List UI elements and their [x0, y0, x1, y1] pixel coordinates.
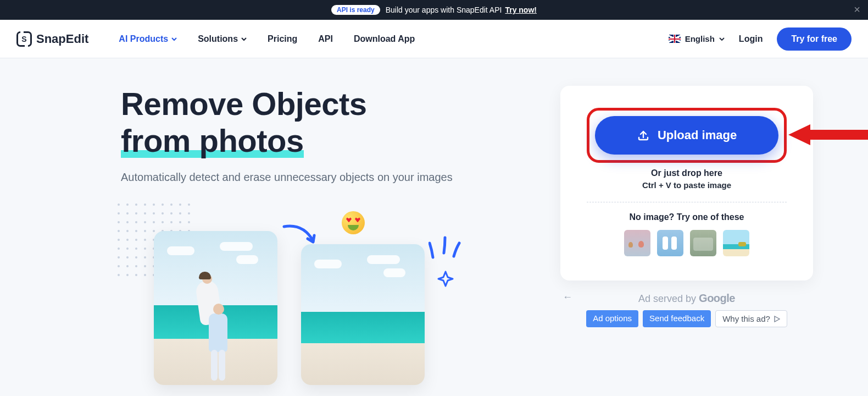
ad-options-button[interactable]: Ad options	[586, 310, 638, 327]
arcs-decoration-icon	[429, 327, 582, 396]
sample-thumb-4[interactable]	[723, 230, 749, 256]
brand-name: SnapEdit	[36, 32, 88, 46]
after-image	[301, 244, 425, 385]
uk-flag-icon	[669, 35, 681, 43]
spark-lines-icon	[429, 233, 461, 266]
why-this-ad-button[interactable]: Why this ad?	[715, 310, 787, 327]
primary-menu: AI Products Solutions Pricing API Downlo…	[119, 34, 415, 44]
login-link[interactable]: Login	[739, 34, 763, 44]
hero-subtitle: Automatically detect and erase unnecessa…	[121, 171, 560, 184]
paste-hint-text: Ctrl + V to paste image	[587, 180, 787, 190]
ad-back-icon[interactable]: ←	[560, 292, 572, 302]
google-logo-text: Google	[699, 292, 735, 304]
ad-served-by-text: Ad served by Google	[560, 292, 813, 305]
nav-label: API	[318, 34, 333, 44]
highlight-ring: Upload image	[587, 108, 787, 163]
sample-thumb-1[interactable]	[624, 230, 650, 256]
nav-download-app[interactable]: Download App	[354, 34, 415, 44]
sample-thumbnails	[587, 230, 787, 256]
banner-text: Build your apps with SnapEdit API	[386, 6, 502, 14]
api-ready-pill: API is ready	[331, 5, 380, 15]
hero-title-line2: from photos	[121, 123, 304, 160]
divider	[587, 202, 787, 202]
sample-thumb-2[interactable]	[657, 230, 683, 256]
nav-right-group: English Login Try for free	[669, 28, 852, 51]
nav-solutions[interactable]: Solutions	[198, 34, 247, 44]
brand-logo[interactable]: S SnapEdit	[16, 31, 88, 47]
nav-label: Pricing	[268, 34, 297, 44]
upload-panel-column: Upload image Or just drop here Ctrl + V …	[560, 86, 868, 376]
nav-label: Solutions	[198, 34, 238, 44]
nav-ai-products[interactable]: AI Products	[119, 34, 177, 44]
try-free-button[interactable]: Try for free	[777, 28, 852, 51]
ad-strip: ← Ad served by Google Ad options Send fe…	[560, 292, 813, 327]
upload-card: Upload image Or just drop here Ctrl + V …	[560, 86, 813, 280]
close-icon[interactable]: ×	[854, 3, 860, 16]
heart-eyes-emoji-icon	[342, 211, 365, 234]
nav-label: AI Products	[119, 34, 168, 44]
sample-images-label: No image? Try one of these	[587, 212, 787, 222]
nav-label: Download App	[354, 34, 415, 44]
sample-thumb-3[interactable]	[690, 230, 716, 256]
page-body: Remove Objects from photos Automatically…	[0, 58, 868, 376]
hero-title: Remove Objects from photos	[121, 86, 560, 159]
red-arrow-annotation-icon	[788, 121, 868, 148]
hero-title-line1: Remove Objects	[121, 86, 367, 122]
drop-here-text: Or just drop here	[587, 168, 787, 178]
svg-marker-0	[788, 124, 868, 145]
logo-mark-icon: S	[16, 31, 32, 47]
hero-section: Remove Objects from photos Automatically…	[0, 86, 560, 376]
language-selector[interactable]: English	[669, 34, 725, 43]
language-label: English	[685, 34, 715, 43]
people-figure	[192, 280, 242, 380]
sparkle-star-icon	[437, 271, 454, 287]
adchoices-icon	[774, 316, 780, 322]
announcement-banner: API is ready Build your apps with SnapEd…	[0, 0, 868, 20]
nav-api[interactable]: API	[318, 34, 333, 44]
hero-illustration	[121, 200, 560, 376]
why-ad-label: Why this ad?	[722, 314, 770, 323]
upload-image-button[interactable]: Upload image	[595, 116, 778, 155]
upload-button-label: Upload image	[658, 128, 737, 142]
chevron-down-icon	[171, 36, 177, 42]
before-image	[154, 231, 277, 385]
chevron-down-icon	[241, 36, 247, 42]
send-feedback-button[interactable]: Send feedback	[643, 310, 711, 327]
chevron-down-icon	[719, 36, 725, 42]
banner-try-link[interactable]: Try now!	[505, 6, 537, 14]
nav-pricing[interactable]: Pricing	[268, 34, 297, 44]
upload-icon	[637, 129, 650, 142]
main-navbar: S SnapEdit AI Products Solutions Pricing…	[0, 20, 868, 58]
